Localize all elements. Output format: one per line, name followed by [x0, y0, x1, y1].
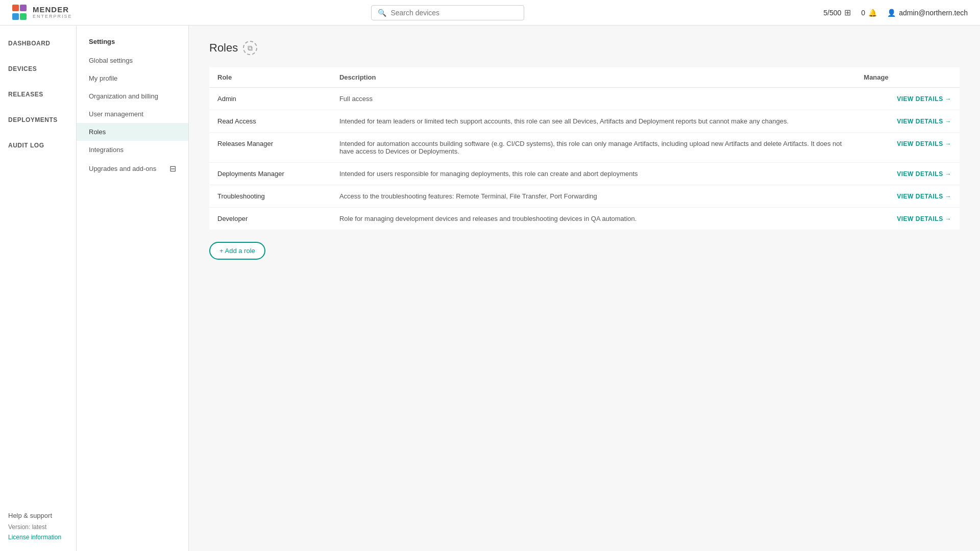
device-count: 5/500 ⊞	[823, 8, 851, 17]
col-header-manage: Manage	[855, 67, 960, 88]
view-details-button[interactable]: VIEW DETAILS →	[897, 95, 951, 103]
table-row: Troubleshooting Access to the troublesho…	[209, 185, 960, 208]
role-name-cell: Read Access	[209, 110, 331, 133]
table-row: Developer Role for managing development …	[209, 208, 960, 230]
role-name-cell: Admin	[209, 88, 331, 110]
table-row: Releases Manager Intended for automation…	[209, 133, 960, 163]
manage-cell: VIEW DETAILS →	[855, 163, 960, 185]
role-desc-cell: Access to the troubleshooting features: …	[331, 185, 855, 208]
copy-icon[interactable]: ⧉	[243, 41, 257, 55]
search-icon: 🔍	[378, 9, 386, 17]
table-row: Admin Full access VIEW DETAILS →	[209, 88, 960, 110]
col-header-role: Role	[209, 67, 331, 88]
version-text: Version: latest	[8, 523, 68, 531]
manage-cell: VIEW DETAILS →	[855, 185, 960, 208]
settings-menu-global[interactable]: Global settings	[77, 52, 188, 69]
settings-menu-upgrades[interactable]: Upgrades and add-ons ⊟	[77, 159, 188, 179]
help-support[interactable]: Help & support	[8, 512, 68, 519]
devices-icon: ⊞	[844, 8, 851, 17]
notification-area[interactable]: 0 🔔	[861, 9, 877, 17]
manage-cell: VIEW DETAILS →	[855, 208, 960, 230]
notification-bell-icon: 🔔	[868, 9, 877, 17]
sidebar-nav: DASHBOARD DEVICES RELEASES DEPLOYMENTS A…	[0, 31, 76, 158]
manage-cell: VIEW DETAILS →	[855, 110, 960, 133]
logo-subtitle: ENTERPRISE	[33, 14, 72, 19]
col-header-description: Description	[331, 67, 855, 88]
manage-cell: VIEW DETAILS →	[855, 88, 960, 110]
main-content: Roles ⧉ Role Description Manage Admin Fu…	[189, 26, 980, 551]
settings-menu-my-profile[interactable]: My profile	[77, 69, 188, 87]
settings-menu-user-mgmt[interactable]: User management	[77, 105, 188, 123]
search-bar[interactable]: 🔍	[371, 5, 524, 20]
sidebar: DASHBOARD DEVICES RELEASES DEPLOYMENTS A…	[0, 26, 77, 551]
manage-cell: VIEW DETAILS →	[855, 133, 960, 163]
notification-count: 0	[861, 9, 865, 17]
role-name-cell: Troubleshooting	[209, 185, 331, 208]
user-email: admin@northern.tech	[899, 9, 968, 17]
view-details-button[interactable]: VIEW DETAILS →	[897, 118, 951, 125]
settings-menu-roles[interactable]: Roles	[77, 123, 188, 141]
device-count-value: 5/500	[823, 9, 841, 17]
role-desc-cell: Intended for automation accounts buildin…	[331, 133, 855, 163]
sidebar-item-dashboard[interactable]: DASHBOARD	[0, 31, 76, 56]
roles-table: Role Description Manage Admin Full acces…	[209, 67, 960, 230]
user-icon: 👤	[887, 9, 896, 17]
role-desc-cell: Intended for users responsible for manag…	[331, 163, 855, 185]
settings-menu-integrations[interactable]: Integrations	[77, 141, 188, 159]
settings-menu-org-billing[interactable]: Organization and billing	[77, 87, 188, 105]
logo-icon	[12, 5, 29, 21]
sidebar-bottom: Help & support Version: latest License i…	[0, 512, 76, 541]
add-role-button[interactable]: + Add a role	[209, 242, 265, 260]
settings-section-label: Settings	[77, 34, 188, 52]
sidebar-item-deployments[interactable]: DEPLOYMENTS	[0, 107, 76, 133]
view-details-button[interactable]: VIEW DETAILS →	[897, 140, 951, 147]
upgrades-icon: ⊟	[169, 164, 176, 173]
role-name-cell: Releases Manager	[209, 133, 331, 163]
upgrades-label: Upgrades and add-ons	[89, 165, 156, 172]
role-desc-cell: Role for managing development devices an…	[331, 208, 855, 230]
settings-sidebar: Settings Global settings My profile Orga…	[77, 26, 189, 551]
view-details-button[interactable]: VIEW DETAILS →	[897, 215, 951, 222]
sidebar-item-releases[interactable]: RELEASES	[0, 82, 76, 107]
sidebar-item-audit-log[interactable]: AUDIT LOG	[0, 133, 76, 158]
license-link[interactable]: License information	[8, 534, 61, 541]
table-row: Deployments Manager Intended for users r…	[209, 163, 960, 185]
sidebar-item-devices[interactable]: DEVICES	[0, 56, 76, 82]
view-details-button[interactable]: VIEW DETAILS →	[897, 170, 951, 178]
page-title: Roles	[209, 41, 238, 55]
table-row: Read Access Intended for team leaders or…	[209, 110, 960, 133]
page-title-row: Roles ⧉	[209, 41, 960, 55]
role-desc-cell: Intended for team leaders or limited tec…	[331, 110, 855, 133]
logo-name: MENDER	[33, 6, 72, 14]
topbar: MENDER ENTERPRISE 🔍 5/500 ⊞ 0 🔔 👤 admin@…	[0, 0, 980, 26]
user-info[interactable]: 👤 admin@northern.tech	[887, 9, 968, 17]
role-desc-cell: Full access	[331, 88, 855, 110]
topbar-right: 5/500 ⊞ 0 🔔 👤 admin@northern.tech	[823, 8, 968, 17]
search-input[interactable]	[390, 9, 518, 17]
view-details-button[interactable]: VIEW DETAILS →	[897, 193, 951, 200]
logo: MENDER ENTERPRISE	[12, 5, 72, 21]
role-name-cell: Developer	[209, 208, 331, 230]
role-name-cell: Deployments Manager	[209, 163, 331, 185]
layout: DASHBOARD DEVICES RELEASES DEPLOYMENTS A…	[0, 0, 980, 551]
